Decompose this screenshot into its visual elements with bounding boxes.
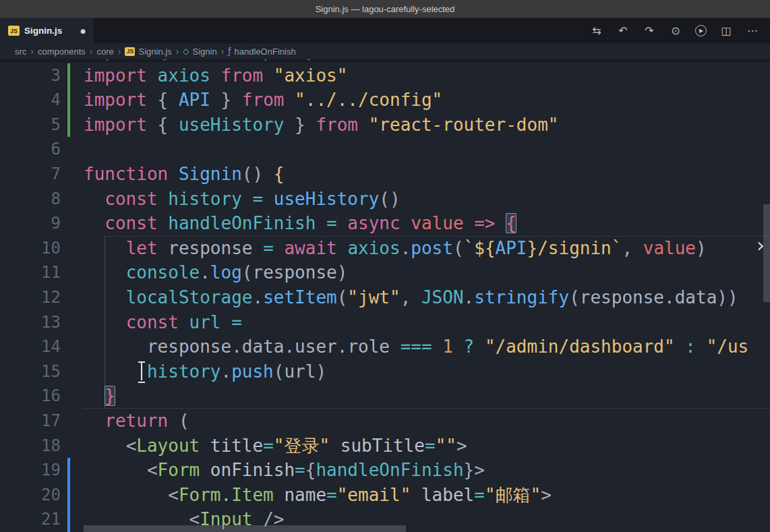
breadcrumb-item-core[interactable]: core <box>97 47 114 57</box>
line-number[interactable]: 18 <box>0 434 67 459</box>
code-token: API <box>496 238 527 258</box>
line-number[interactable]: 17 <box>0 409 67 434</box>
git-added-indicator[interactable] <box>67 88 70 113</box>
code-line-4[interactable]: 4import { API } from "../../config" <box>0 88 770 113</box>
code-token: = <box>252 238 284 258</box>
code-token: from <box>305 115 369 135</box>
code-token: : <box>675 336 707 357</box>
code-line-9[interactable]: 9 const handleOnFinish = async value => … <box>0 211 770 236</box>
breadcrumb-item-handleonfinish[interactable]: ƒhandleOnFinish <box>228 47 295 57</box>
code-token: ` <box>464 238 475 258</box>
symbol-method-icon: ƒ <box>228 47 231 56</box>
next-change-icon[interactable]: ↷ <box>643 24 656 37</box>
code-token: > <box>541 485 552 505</box>
modified-dot-icon[interactable]: ● <box>80 28 86 34</box>
line-number[interactable]: 15 <box>0 359 67 384</box>
git-modified-indicator[interactable] <box>67 507 70 532</box>
git-modified-indicator[interactable] <box>67 483 70 508</box>
code-token <box>464 213 475 233</box>
split-editor-icon[interactable]: ◫ <box>719 24 733 37</box>
code-token: user <box>295 336 337 357</box>
code-line-16[interactable]: 16 } <box>0 384 770 409</box>
code-token: url <box>189 312 221 332</box>
code-line-13[interactable]: 13 const url = <box>0 310 770 335</box>
line-number[interactable]: 5 <box>0 113 67 138</box>
line-number[interactable]: 3 <box>0 63 67 88</box>
line-number[interactable]: 21 <box>0 507 67 532</box>
previous-change-icon[interactable]: ↶ <box>616 24 630 37</box>
code-token: axios <box>347 238 400 258</box>
code-line-6[interactable]: 6 <box>0 137 770 162</box>
code-text: import axios from "axios" <box>67 63 770 88</box>
more-actions-icon[interactable]: ⋯ <box>746 24 759 37</box>
code-token: API <box>179 90 210 110</box>
line-number[interactable]: 12 <box>0 285 67 310</box>
code-text: console.log(response) <box>67 260 770 285</box>
code-token: { <box>158 90 179 110</box>
editor[interactable]: 2import { Form, Input } from "antd"3impo… <box>0 59 770 532</box>
code-line-12[interactable]: 12 localStorage.setItem("jwt", JSON.stri… <box>0 285 770 310</box>
code-line-7[interactable]: 7function Signin() { <box>0 162 770 187</box>
run-code-icon[interactable]: ▶ <box>695 25 707 36</box>
git-added-indicator[interactable] <box>67 113 70 138</box>
line-number[interactable]: 11 <box>0 260 67 285</box>
line-number[interactable]: 19 <box>0 458 67 483</box>
line-number[interactable]: 6 <box>0 137 67 162</box>
line-number[interactable]: 7 <box>0 162 67 187</box>
code-token: ? <box>453 336 485 357</box>
code-text: <Layout title="登录" subTitle=""> <box>67 434 770 459</box>
code-token: "登录" <box>274 436 330 456</box>
code-text: let response = await axios.post(`${API}/… <box>67 236 770 261</box>
tab-signin-js[interactable]: JS Signin.js ● <box>0 18 94 43</box>
vertical-scrollbar[interactable] <box>763 204 770 302</box>
code-token: { <box>274 164 285 184</box>
line-number[interactable]: 13 <box>0 310 67 335</box>
code-line-14[interactable]: 14 response.data.user.role === 1 ? "/adm… <box>0 334 770 359</box>
code-line-8[interactable]: 8 const history = useHistory() <box>0 187 770 212</box>
code-token: import <box>84 90 158 110</box>
code-line-15[interactable]: 15 history.push(url) <box>0 359 770 384</box>
breadcrumb-item-components[interactable]: components <box>38 47 86 57</box>
code-token <box>84 386 105 406</box>
code-token: log <box>210 262 242 283</box>
line-number[interactable]: 10 <box>0 236 67 261</box>
code-token: useHistory <box>179 115 285 135</box>
code-token: } <box>295 59 316 61</box>
line-number[interactable]: 16 <box>0 384 67 409</box>
line-number[interactable]: 14 <box>0 334 67 359</box>
code-line-11[interactable]: 11 console.log(response) <box>0 260 770 285</box>
code-token: return <box>105 411 179 431</box>
code-token: history <box>147 361 221 382</box>
code-line-19[interactable]: 19 <Form onFinish={handleOnFinish}> <box>0 458 770 483</box>
breadcrumb-item-signin-js[interactable]: JSSignin.js <box>125 47 171 57</box>
code-token: response <box>252 262 336 283</box>
code-token: response <box>147 336 231 357</box>
breadcrumb-item-src[interactable]: src <box>15 47 26 57</box>
line-number[interactable]: 8 <box>0 187 67 212</box>
code-token: 1 <box>442 336 453 357</box>
code-line-3[interactable]: 3import axios from "axios" <box>0 63 770 88</box>
code-token: import <box>84 59 158 61</box>
open-changes-icon[interactable]: ⊙ <box>669 24 682 37</box>
git-modified-indicator[interactable] <box>67 458 70 483</box>
code-line-17[interactable]: 17 return ( <box>0 409 770 434</box>
code-line-5[interactable]: 5import { useHistory } from "react-route… <box>0 113 770 138</box>
code-line-10[interactable]: 10 let response = await axios.post(`${AP… <box>0 236 770 261</box>
horizontal-scrollbar[interactable] <box>84 525 406 532</box>
code-token: value <box>411 213 463 233</box>
titlebar: Signin.js — lagou-carefully-selected <box>0 0 770 18</box>
line-number[interactable]: 4 <box>0 88 67 113</box>
source-control-icon[interactable]: ⇆ <box>590 24 603 37</box>
code-line-18[interactable]: 18 <Layout title="登录" subTitle=""> <box>0 434 770 459</box>
code-token: => <box>474 213 495 233</box>
line-number[interactable]: 20 <box>0 483 67 508</box>
breadcrumb-item-signin[interactable]: ◇Signin <box>183 47 216 57</box>
code-token: Input <box>242 59 295 61</box>
git-added-indicator[interactable] <box>67 63 70 88</box>
breadcrumb-separator-icon: › <box>90 46 93 57</box>
line-number[interactable]: 9 <box>0 211 67 236</box>
breadcrumb-separator-icon: › <box>30 46 34 57</box>
code-text: <Form onFinish={handleOnFinish}> <box>67 458 770 483</box>
code-token: = <box>242 189 274 209</box>
code-line-20[interactable]: 20 <Form.Item name="email" label="邮箱"> <box>0 483 770 508</box>
